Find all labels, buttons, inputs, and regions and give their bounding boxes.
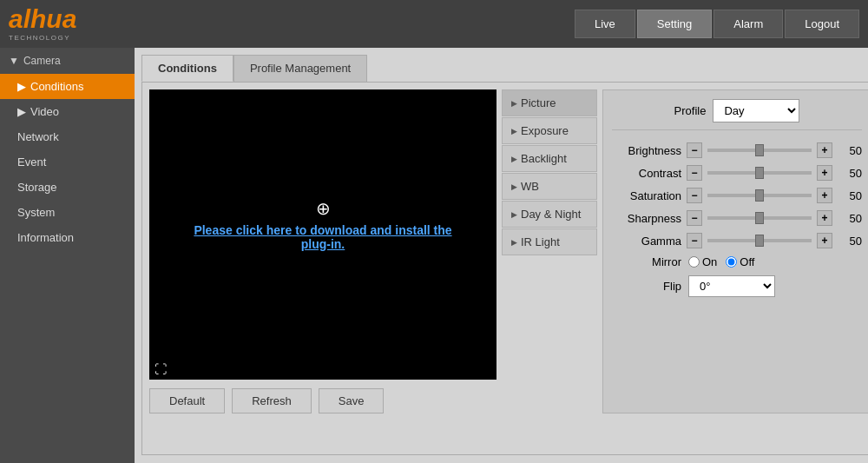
flip-row: Flip 0° 90° 180° 270° — [612, 275, 862, 297]
ir-light-tri: ▶ — [511, 238, 517, 247]
saturation-row: Saturation − + 50 — [612, 188, 862, 203]
ir-light-label: IR Light — [521, 235, 560, 248]
video-container: ⊕ Please click here to download and inst… — [149, 89, 496, 359]
mirror-row: Mirror On Off — [612, 255, 862, 268]
gamma-track[interactable] — [707, 239, 812, 242]
contrast-plus[interactable]: + — [817, 165, 832, 181]
nav-alarm[interactable]: Alarm — [713, 10, 783, 38]
sharpness-plus[interactable]: + — [817, 210, 832, 226]
mirror-off-option[interactable]: Off — [726, 255, 754, 268]
sidebar-video-label: Video — [30, 105, 59, 118]
refresh-button[interactable]: Refresh — [232, 388, 312, 413]
nav-setting[interactable]: Setting — [637, 10, 712, 38]
sharpness-minus[interactable]: − — [687, 210, 702, 226]
default-button[interactable]: Default — [149, 388, 225, 413]
logo-lhua: lhua — [23, 4, 77, 33]
flip-label: Flip — [612, 280, 681, 293]
video-toolbar: ⛶ — [149, 359, 496, 380]
plugin-line1: Please click here to download and instal… — [194, 223, 451, 237]
tab-conditions[interactable]: Conditions — [141, 55, 233, 82]
main-layout: ▼ Camera ▶ Conditions ▶ Video Network Ev… — [0, 48, 868, 463]
brightness-plus[interactable]: + — [817, 142, 832, 158]
profile-select[interactable]: Day Night Normal — [713, 99, 799, 122]
contrast-value: 50 — [838, 167, 862, 180]
conditions-arrow-icon: ▶ — [17, 80, 26, 93]
gamma-minus[interactable]: − — [687, 233, 702, 248]
sidebar-camera-group[interactable]: ▼ Camera — [0, 48, 135, 74]
brightness-row: Brightness − + 50 — [612, 142, 862, 158]
mirror-radio-group: On Off — [688, 255, 754, 268]
sidebar-item-network[interactable]: Network — [0, 124, 135, 149]
sidebar-item-information[interactable]: Information — [0, 225, 135, 250]
saturation-plus[interactable]: + — [817, 188, 832, 203]
saturation-label: Saturation — [612, 189, 681, 202]
sidebar: ▼ Camera ▶ Conditions ▶ Video Network Ev… — [0, 48, 135, 463]
download-icon: ⊕ — [316, 198, 331, 219]
brightness-label: Brightness — [612, 144, 681, 157]
brightness-minus[interactable]: − — [687, 142, 702, 158]
sidebar-item-storage[interactable]: Storage — [0, 175, 135, 200]
nav-live[interactable]: Live — [575, 10, 635, 38]
picture-menu-wb[interactable]: ▶ WB — [502, 173, 597, 200]
contrast-label: Contrast — [612, 167, 681, 180]
video-panel: ⊕ Please click here to download and inst… — [149, 89, 496, 413]
saturation-thumb[interactable] — [755, 189, 764, 202]
action-buttons: Default Refresh Save — [149, 388, 496, 413]
saturation-track[interactable] — [707, 194, 812, 197]
saturation-minus[interactable]: − — [687, 188, 702, 203]
sidebar-conditions-label: Conditions — [30, 80, 83, 93]
sharpness-track[interactable] — [707, 216, 812, 220]
picture-menu-ir-light[interactable]: ▶ IR Light — [502, 228, 597, 255]
mirror-off-radio[interactable] — [726, 256, 737, 268]
nav-logout[interactable]: Logout — [785, 10, 859, 38]
mirror-label: Mirror — [612, 255, 681, 268]
fullscreen-button[interactable]: ⛶ — [155, 362, 167, 376]
contrast-row: Contrast − + 50 — [612, 165, 862, 181]
sidebar-information-label: Information — [17, 231, 74, 244]
picture-menu-day-night[interactable]: ▶ Day & Night — [502, 201, 597, 228]
nav-buttons: Live Setting Alarm Logout — [575, 10, 859, 38]
sidebar-item-conditions[interactable]: ▶ Conditions — [0, 74, 135, 99]
exposure-label: Exposure — [521, 124, 569, 137]
flip-select[interactable]: 0° 90° 180° 270° — [688, 275, 775, 297]
tab-profile-management[interactable]: Profile Management — [233, 55, 367, 82]
content-area: Conditions Profile Management ⊕ Please c… — [135, 48, 868, 463]
settings-panel: Profile Day Night Normal Brightness − — [602, 89, 868, 413]
camera-expand-icon: ▼ — [9, 55, 19, 67]
mirror-off-label: Off — [740, 255, 754, 268]
save-button[interactable]: Save — [319, 388, 385, 413]
picture-tri: ▶ — [511, 99, 517, 108]
sidebar-item-video[interactable]: ▶ Video — [0, 99, 135, 124]
mirror-on-option[interactable]: On — [688, 255, 717, 268]
logo-a: a — [9, 4, 23, 33]
picture-menu-backlight[interactable]: ▶ Backlight — [502, 145, 597, 172]
brightness-thumb[interactable] — [755, 144, 764, 156]
brightness-track[interactable] — [707, 149, 812, 152]
gamma-thumb[interactable] — [755, 235, 764, 247]
sidebar-storage-label: Storage — [17, 181, 57, 194]
tab-bar: Conditions Profile Management — [141, 55, 868, 82]
contrast-thumb[interactable] — [755, 167, 764, 179]
saturation-value: 50 — [838, 189, 862, 202]
sharpness-thumb[interactable] — [755, 212, 764, 224]
profile-row: Profile Day Night Normal — [612, 99, 862, 130]
gamma-row: Gamma − + 50 — [612, 233, 862, 248]
picture-label: Picture — [521, 96, 556, 109]
sidebar-item-event[interactable]: Event — [0, 149, 135, 175]
logo-area: alhua TECHNOLOGY — [9, 6, 76, 42]
picture-sidebar: ▶ Picture ▶ Exposure ▶ Backlight ▶ WB — [502, 89, 597, 413]
picture-menu-picture[interactable]: ▶ Picture — [502, 89, 597, 116]
picture-menu-exposure[interactable]: ▶ Exposure — [502, 117, 597, 144]
logo-container: alhua TECHNOLOGY — [9, 6, 76, 42]
logo-tagline: TECHNOLOGY — [9, 34, 76, 42]
sharpness-row: Sharpness − + 50 — [612, 210, 862, 226]
sidebar-item-system[interactable]: System — [0, 200, 135, 225]
contrast-track[interactable] — [707, 171, 812, 175]
mirror-on-radio[interactable] — [688, 256, 700, 268]
video-arrow-icon: ▶ — [17, 105, 26, 118]
plugin-download-link[interactable]: Please click here to download and instal… — [194, 223, 451, 251]
logo-brand: alhua — [9, 6, 76, 32]
day-night-tri: ▶ — [511, 210, 517, 219]
gamma-plus[interactable]: + — [817, 233, 832, 248]
contrast-minus[interactable]: − — [687, 165, 702, 181]
